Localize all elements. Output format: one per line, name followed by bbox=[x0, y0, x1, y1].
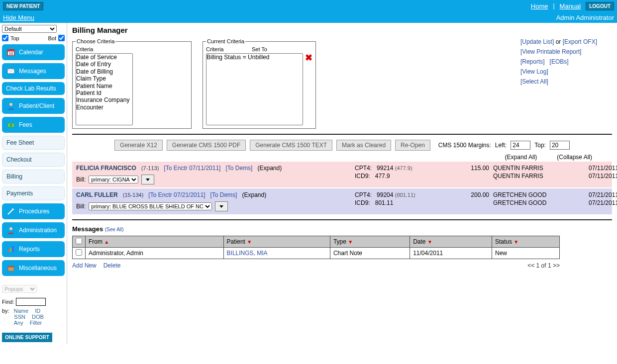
col-patient[interactable]: Patient ▼ bbox=[223, 236, 330, 248]
row-checkbox[interactable] bbox=[76, 249, 82, 256]
manual-link[interactable]: Manual bbox=[560, 2, 581, 10]
popups-select[interactable]: Popups bbox=[2, 285, 37, 293]
criteria-select[interactable]: Date of Service Date of Entry Date of Bi… bbox=[76, 53, 133, 125]
sidebar-item-calendar[interactable]: 10 Calendar bbox=[2, 44, 65, 60]
box-icon bbox=[6, 263, 16, 273]
expand-all-link[interactable]: (Expand All) bbox=[505, 154, 537, 161]
view-log-link[interactable]: [View Log] bbox=[520, 68, 548, 75]
printable-report-link[interactable]: [View Printable Report] bbox=[520, 48, 582, 55]
default-select[interactable]: Default bbox=[2, 25, 57, 33]
col-type[interactable]: Type ▼ bbox=[330, 236, 410, 248]
amount: 115.00 bbox=[459, 165, 489, 172]
top-checkbox[interactable] bbox=[2, 35, 8, 41]
sidebar-item-check-lab[interactable]: Check Lab Results bbox=[2, 82, 65, 95]
by-name-link[interactable]: Name bbox=[14, 308, 28, 314]
bill-label: Bill: bbox=[76, 203, 86, 210]
patient-name: CARL FULLER bbox=[76, 191, 118, 198]
person-icon bbox=[6, 101, 16, 111]
new-patient-button[interactable]: NEW PATIENT bbox=[3, 2, 43, 10]
online-support-button[interactable]: ONLINE SUPPORT bbox=[2, 333, 52, 342]
sidebar-item-patient[interactable]: Patient/Client bbox=[2, 98, 65, 114]
billing-card: CARL FULLER (15-134) [To Enctr 07/21/201… bbox=[72, 188, 612, 214]
sort-desc-icon: ▼ bbox=[514, 239, 518, 245]
by-filter-link[interactable]: Filter bbox=[30, 320, 42, 326]
top-label: Top: bbox=[534, 142, 546, 149]
subbar: Hide Menu Admin Administrator bbox=[0, 12, 617, 23]
eobs-link[interactable]: [EOBs] bbox=[550, 58, 569, 65]
export-ofx-link[interactable]: [Export OFX] bbox=[563, 38, 597, 45]
col-date[interactable]: Date ▼ bbox=[410, 236, 492, 248]
sidebar-item-reports[interactable]: Reports bbox=[2, 241, 65, 257]
margin-left-input[interactable] bbox=[511, 141, 530, 150]
money-icon bbox=[6, 120, 16, 130]
sidebar-item-label: Administration bbox=[19, 227, 57, 234]
select-all-checkbox[interactable] bbox=[76, 238, 82, 244]
to-dems-link[interactable]: [To Dems] bbox=[225, 165, 252, 172]
mark-cleared-button[interactable]: Mark as Cleared bbox=[336, 140, 391, 151]
generate-cms-pdf-button[interactable]: Generate CMS 1500 PDF bbox=[167, 140, 246, 151]
svg-rect-11 bbox=[10, 248, 12, 252]
svg-point-4 bbox=[9, 103, 12, 106]
to-dems-link[interactable]: [To Dems] bbox=[210, 191, 237, 198]
logout-button[interactable]: LOGOUT bbox=[586, 2, 614, 10]
expand-link[interactable]: (Expand) bbox=[257, 165, 282, 172]
provider: QUENTIN FARRIS bbox=[489, 173, 589, 180]
bill-dropdown-button[interactable] bbox=[215, 201, 228, 211]
generate-cms-text-button[interactable]: Generate CMS 1500 TEXT bbox=[250, 140, 332, 151]
col-from[interactable]: From ▲ bbox=[86, 236, 224, 248]
reopen-button[interactable]: Re-Open bbox=[395, 140, 430, 151]
generate-x12-button[interactable]: Generate X12 bbox=[114, 140, 163, 151]
date: 07/21/2011 bbox=[589, 191, 617, 198]
sidebar-item-messages[interactable]: Messages bbox=[2, 63, 65, 79]
left-label: Left: bbox=[495, 142, 507, 149]
by-dob-link[interactable]: DOB bbox=[32, 314, 44, 320]
svg-point-6 bbox=[10, 124, 12, 127]
chart-icon bbox=[6, 244, 16, 254]
by-id-link[interactable]: ID bbox=[35, 308, 40, 314]
bot-checkbox[interactable] bbox=[58, 35, 65, 41]
find-input[interactable] bbox=[16, 298, 46, 306]
update-list-link[interactable]: [Update List] bbox=[520, 38, 554, 45]
cpt-label: CPT4: bbox=[355, 165, 372, 172]
sidebar-item-fee-sheet[interactable]: Fee Sheet bbox=[2, 136, 65, 150]
sidebar-item-label: Reports bbox=[19, 246, 40, 253]
sidebar-item-misc[interactable]: Miscellaneous bbox=[2, 260, 65, 276]
patient-link[interactable]: BILLINGS, MIA bbox=[227, 250, 268, 257]
sidebar-item-administration[interactable]: Administration bbox=[2, 222, 65, 238]
expand-link[interactable]: (Expand) bbox=[242, 191, 266, 198]
margin-top-input[interactable] bbox=[550, 141, 570, 150]
choose-criteria-fieldset: Choose Criteria Criteria Date of Service… bbox=[72, 38, 192, 129]
sidebar-item-checkout[interactable]: Checkout bbox=[2, 153, 65, 167]
delete-link[interactable]: Delete bbox=[103, 262, 121, 269]
svg-marker-15 bbox=[146, 179, 150, 181]
messages-heading: Messages (See All) bbox=[72, 225, 612, 233]
setto-label: Set To bbox=[252, 46, 267, 52]
add-new-link[interactable]: Add New bbox=[72, 262, 97, 269]
collapse-all-link[interactable]: (Collapse All) bbox=[557, 154, 592, 161]
see-all-link[interactable]: (See All) bbox=[105, 227, 124, 232]
hide-menu-link[interactable]: Hide Menu bbox=[3, 14, 34, 21]
select-all-link[interactable]: [Select All] bbox=[520, 78, 548, 85]
current-criteria-select[interactable]: Billing Status = Unbilled bbox=[206, 53, 303, 125]
by-ssn-link[interactable]: SSN bbox=[14, 314, 25, 320]
choose-legend: Choose Criteria bbox=[76, 38, 115, 44]
svg-point-9 bbox=[9, 227, 12, 230]
bill-select[interactable]: primary: BLUE CROSS BLUE SHIELD OF NC bbox=[89, 202, 212, 210]
to-encounter-link[interactable]: [To Enctr 07/11/2011] bbox=[164, 165, 220, 172]
col-status[interactable]: Status ▼ bbox=[492, 236, 559, 248]
sidebar-item-billing[interactable]: Billing bbox=[2, 170, 65, 183]
by-any-link[interactable]: Any bbox=[14, 320, 23, 326]
current-user: Admin Administrator bbox=[556, 14, 614, 21]
pager[interactable]: << 1 of 1 >> bbox=[527, 262, 560, 269]
delete-criteria-icon[interactable]: ✖ bbox=[305, 53, 312, 62]
bill-select[interactable]: primary: CIGNA bbox=[89, 176, 138, 183]
sidebar-item-procedures[interactable]: Procedures bbox=[2, 203, 65, 219]
home-link[interactable]: Home bbox=[531, 2, 548, 10]
find-label: Find: bbox=[2, 299, 14, 305]
sidebar-item-payments[interactable]: Payments bbox=[2, 186, 65, 200]
bill-dropdown-button[interactable] bbox=[141, 175, 154, 184]
reports-link[interactable]: [Reports] bbox=[520, 58, 545, 65]
sidebar-item-fees[interactable]: Fees bbox=[2, 117, 65, 133]
to-encounter-link[interactable]: [To Enctr 07/21/2011] bbox=[148, 191, 205, 198]
sidebar-item-label: Messages bbox=[19, 68, 46, 75]
